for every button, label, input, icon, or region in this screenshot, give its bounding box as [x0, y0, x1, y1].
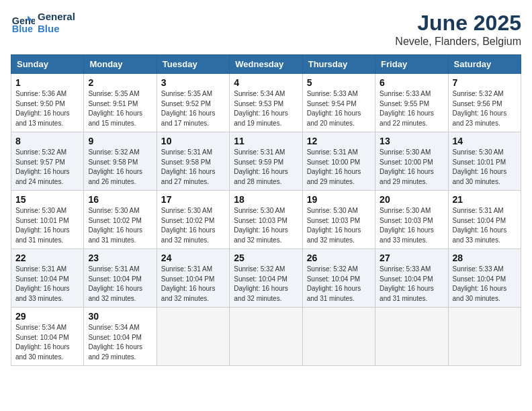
- day-info: Sunrise: 5:32 AM Sunset: 9:58 PM Dayligh…: [88, 148, 152, 187]
- day-info: Sunrise: 5:36 AM Sunset: 9:50 PM Dayligh…: [15, 89, 79, 128]
- calendar-day-cell: [230, 308, 302, 366]
- calendar-day-cell: 28 Sunrise: 5:33 AM Sunset: 10:04 PM Day…: [448, 249, 521, 308]
- calendar-day-cell: 4 Sunrise: 5:34 AM Sunset: 9:53 PM Dayli…: [230, 74, 302, 132]
- calendar-week-row: 29 Sunrise: 5:34 AM Sunset: 10:04 PM Day…: [11, 308, 521, 366]
- calendar-day-cell: 2 Sunrise: 5:35 AM Sunset: 9:51 PM Dayli…: [84, 74, 157, 132]
- logo-icon: General Blue: [11, 11, 35, 35]
- day-number: 2: [88, 77, 152, 88]
- day-info: Sunrise: 5:31 AM Sunset: 10:04 PM Daylig…: [15, 265, 79, 304]
- day-number: 10: [161, 136, 225, 146]
- day-info: Sunrise: 5:33 AM Sunset: 10:04 PM Daylig…: [380, 265, 443, 304]
- day-number: 23: [88, 253, 152, 263]
- title-area: June 2025 Nevele, Flanders, Belgium: [395, 11, 521, 48]
- day-number: 25: [234, 253, 298, 263]
- day-number: 6: [380, 77, 443, 88]
- day-info: Sunrise: 5:33 AM Sunset: 9:55 PM Dayligh…: [380, 89, 443, 128]
- calendar-day-cell: 14 Sunrise: 5:30 AM Sunset: 10:01 PM Day…: [448, 132, 521, 191]
- day-info: Sunrise: 5:30 AM Sunset: 10:02 PM Daylig…: [88, 206, 152, 245]
- day-number: 27: [380, 253, 443, 263]
- calendar-day-cell: 17 Sunrise: 5:30 AM Sunset: 10:02 PM Day…: [157, 191, 229, 249]
- calendar-day-cell: 26 Sunrise: 5:32 AM Sunset: 10:04 PM Day…: [302, 249, 375, 308]
- day-number: 29: [15, 311, 79, 322]
- day-info: Sunrise: 5:30 AM Sunset: 10:00 PM Daylig…: [380, 148, 443, 187]
- day-info: Sunrise: 5:31 AM Sunset: 9:58 PM Dayligh…: [161, 148, 225, 187]
- calendar-day-cell: 29 Sunrise: 5:34 AM Sunset: 10:04 PM Day…: [11, 308, 84, 366]
- calendar-day-cell: [448, 308, 521, 366]
- day-info: Sunrise: 5:33 AM Sunset: 9:54 PM Dayligh…: [307, 89, 371, 128]
- calendar-day-cell: [157, 308, 229, 366]
- weekday-header-cell: Wednesday: [230, 55, 302, 74]
- day-info: Sunrise: 5:32 AM Sunset: 9:56 PM Dayligh…: [453, 89, 517, 128]
- calendar-day-cell: 12 Sunrise: 5:31 AM Sunset: 10:00 PM Day…: [302, 132, 375, 191]
- day-number: 8: [15, 136, 79, 146]
- day-info: Sunrise: 5:32 AM Sunset: 10:04 PM Daylig…: [307, 265, 371, 304]
- weekday-header-cell: Tuesday: [157, 55, 229, 74]
- calendar-day-cell: 1 Sunrise: 5:36 AM Sunset: 9:50 PM Dayli…: [11, 74, 84, 132]
- calendar-day-cell: 23 Sunrise: 5:31 AM Sunset: 10:04 PM Day…: [84, 249, 157, 308]
- calendar-day-cell: 18 Sunrise: 5:30 AM Sunset: 10:03 PM Day…: [230, 191, 302, 249]
- day-info: Sunrise: 5:31 AM Sunset: 10:04 PM Daylig…: [88, 265, 152, 304]
- calendar-week-row: 1 Sunrise: 5:36 AM Sunset: 9:50 PM Dayli…: [11, 74, 521, 132]
- calendar-day-cell: 20 Sunrise: 5:30 AM Sunset: 10:03 PM Day…: [375, 191, 448, 249]
- day-number: 1: [15, 77, 79, 88]
- day-number: 18: [234, 194, 298, 205]
- day-number: 24: [161, 253, 225, 263]
- day-number: 17: [161, 194, 225, 205]
- day-info: Sunrise: 5:33 AM Sunset: 10:04 PM Daylig…: [453, 265, 517, 304]
- day-number: 14: [453, 136, 517, 146]
- logo: General Blue General Blue: [11, 11, 75, 35]
- logo-general: General: [38, 11, 75, 23]
- day-number: 21: [453, 194, 517, 205]
- day-number: 30: [88, 311, 152, 322]
- day-number: 26: [307, 253, 371, 263]
- month-title: June 2025: [395, 11, 521, 36]
- day-number: 13: [380, 136, 443, 146]
- day-number: 19: [307, 194, 371, 205]
- calendar-day-cell: 16 Sunrise: 5:30 AM Sunset: 10:02 PM Day…: [84, 191, 157, 249]
- day-info: Sunrise: 5:35 AM Sunset: 9:51 PM Dayligh…: [88, 89, 152, 128]
- calendar-day-cell: 7 Sunrise: 5:32 AM Sunset: 9:56 PM Dayli…: [448, 74, 521, 132]
- calendar-day-cell: 27 Sunrise: 5:33 AM Sunset: 10:04 PM Day…: [375, 249, 448, 308]
- day-number: 7: [453, 77, 517, 88]
- calendar-day-cell: 24 Sunrise: 5:31 AM Sunset: 10:04 PM Day…: [157, 249, 229, 308]
- calendar-day-cell: 22 Sunrise: 5:31 AM Sunset: 10:04 PM Day…: [11, 249, 84, 308]
- calendar-day-cell: 3 Sunrise: 5:35 AM Sunset: 9:52 PM Dayli…: [157, 74, 229, 132]
- day-info: Sunrise: 5:30 AM Sunset: 10:03 PM Daylig…: [234, 206, 298, 245]
- day-number: 5: [307, 77, 371, 88]
- weekday-header-cell: Saturday: [448, 55, 521, 74]
- day-number: 15: [15, 194, 79, 205]
- calendar: SundayMondayTuesdayWednesdayThursdayFrid…: [11, 54, 521, 366]
- weekday-header-cell: Monday: [84, 55, 157, 74]
- calendar-day-cell: [302, 308, 375, 366]
- location-title: Nevele, Flanders, Belgium: [395, 36, 521, 48]
- calendar-day-cell: [375, 308, 448, 366]
- day-number: 16: [88, 194, 152, 205]
- calendar-day-cell: 25 Sunrise: 5:32 AM Sunset: 10:04 PM Day…: [230, 249, 302, 308]
- day-number: 22: [15, 253, 79, 263]
- calendar-week-row: 8 Sunrise: 5:32 AM Sunset: 9:57 PM Dayli…: [11, 132, 521, 191]
- calendar-day-cell: 6 Sunrise: 5:33 AM Sunset: 9:55 PM Dayli…: [375, 74, 448, 132]
- calendar-day-cell: 11 Sunrise: 5:31 AM Sunset: 9:59 PM Dayl…: [230, 132, 302, 191]
- calendar-day-cell: 5 Sunrise: 5:33 AM Sunset: 9:54 PM Dayli…: [302, 74, 375, 132]
- day-info: Sunrise: 5:31 AM Sunset: 10:04 PM Daylig…: [453, 206, 517, 245]
- day-info: Sunrise: 5:30 AM Sunset: 10:02 PM Daylig…: [161, 206, 225, 245]
- day-number: 11: [234, 136, 298, 146]
- day-info: Sunrise: 5:34 AM Sunset: 10:04 PM Daylig…: [15, 323, 79, 362]
- calendar-week-row: 15 Sunrise: 5:30 AM Sunset: 10:01 PM Day…: [11, 191, 521, 249]
- weekday-header-cell: Sunday: [11, 55, 84, 74]
- day-info: Sunrise: 5:30 AM Sunset: 10:03 PM Daylig…: [380, 206, 443, 245]
- day-info: Sunrise: 5:32 AM Sunset: 9:57 PM Dayligh…: [15, 148, 79, 187]
- day-info: Sunrise: 5:31 AM Sunset: 9:59 PM Dayligh…: [234, 148, 298, 187]
- day-info: Sunrise: 5:30 AM Sunset: 10:01 PM Daylig…: [15, 206, 79, 245]
- calendar-day-cell: 9 Sunrise: 5:32 AM Sunset: 9:58 PM Dayli…: [84, 132, 157, 191]
- day-number: 28: [453, 253, 517, 263]
- day-number: 4: [234, 77, 298, 88]
- logo-blue: Blue: [38, 23, 75, 35]
- day-info: Sunrise: 5:34 AM Sunset: 10:04 PM Daylig…: [88, 323, 152, 362]
- day-info: Sunrise: 5:32 AM Sunset: 10:04 PM Daylig…: [234, 265, 298, 304]
- day-number: 20: [380, 194, 443, 205]
- day-info: Sunrise: 5:30 AM Sunset: 10:01 PM Daylig…: [453, 148, 517, 187]
- calendar-day-cell: 13 Sunrise: 5:30 AM Sunset: 10:00 PM Day…: [375, 132, 448, 191]
- calendar-day-cell: 19 Sunrise: 5:30 AM Sunset: 10:03 PM Day…: [302, 191, 375, 249]
- weekday-header-cell: Thursday: [302, 55, 375, 74]
